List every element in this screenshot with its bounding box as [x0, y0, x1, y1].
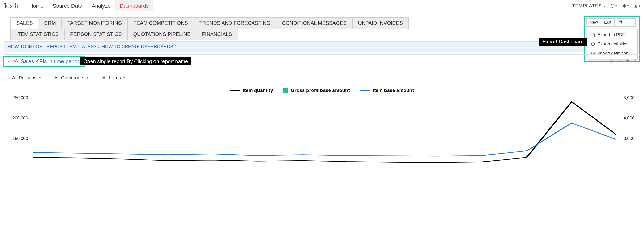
- caret-down-icon: ▼: [615, 5, 617, 7]
- chart-svg: [33, 95, 616, 177]
- caret-down-icon: ▼: [123, 77, 125, 79]
- legend-label-3: Item base amount: [373, 88, 414, 93]
- export-pdf-label: Export to PDF: [598, 32, 625, 38]
- pdf-icon: [591, 33, 595, 37]
- clock-icon[interactable]: [609, 59, 613, 64]
- help-separator: /: [98, 44, 99, 50]
- svg-point-2: [635, 5, 636, 6]
- email-button[interactable]: [614, 18, 625, 27]
- tab-trends-forecasting[interactable]: TRENDS AND FORECASTING: [194, 17, 276, 29]
- filter-persons-label: All Persons: [12, 75, 36, 81]
- caret-down-icon: ▼: [627, 5, 629, 7]
- chart-area: Item quantity Gross profit base amount I…: [8, 88, 636, 177]
- caret-down-icon: ▼: [638, 5, 641, 7]
- series-item-base-amount: [33, 123, 616, 156]
- table-icon[interactable]: [625, 59, 629, 64]
- report-header: ▼ Sales KPIs in time period Open single …: [4, 54, 640, 68]
- filter-customers-label: All Customers: [54, 75, 84, 81]
- chevron-down-icon[interactable]: ▼: [7, 59, 10, 63]
- report-title-box: ▼ Sales KPIs in time period: [3, 56, 85, 67]
- email-icon: [618, 20, 622, 24]
- y-tick: 250,000: [12, 95, 31, 100]
- action-button-group: New Edit: [587, 18, 638, 27]
- nav-home[interactable]: Home: [24, 0, 48, 11]
- nav-source-data[interactable]: Source Data: [48, 0, 87, 11]
- legend-swatch-black: [230, 90, 240, 91]
- filter-persons[interactable]: All Persons ▼: [8, 73, 45, 83]
- tab-crm[interactable]: CRM: [38, 17, 62, 29]
- tab-unpaid-invoices[interactable]: UNPAID INVOICES: [352, 17, 409, 29]
- chart-plot: [33, 95, 616, 177]
- templates-label: TEMPLATES: [572, 3, 602, 8]
- download-icon: [628, 20, 632, 24]
- logo-text-right: .bi: [13, 2, 19, 10]
- nav-analyze[interactable]: Analyze: [87, 0, 115, 11]
- filter-customers[interactable]: All Customers ▼: [50, 73, 93, 83]
- legend-gross-profit: Gross profit base amount: [283, 88, 350, 93]
- tab-financials[interactable]: FINANCIALS: [196, 29, 238, 40]
- legend-swatch-blue: [360, 90, 370, 91]
- legend-swatch-teal: [283, 88, 288, 93]
- user-icon[interactable]: ▼: [634, 4, 641, 8]
- download-icon[interactable]: [634, 59, 638, 64]
- arrow-up-circle-icon: [591, 42, 595, 46]
- annotation-export-dashboard: Export Dashboard: [539, 38, 587, 46]
- legend-item-base-amount: Item base amount: [360, 88, 414, 93]
- line-chart-icon: [13, 59, 18, 64]
- caret-down-icon: ▼: [86, 77, 89, 79]
- chart-legend: Item quantity Gross profit base amount I…: [8, 88, 636, 93]
- new-button[interactable]: New: [586, 18, 601, 27]
- y-tick: 150,000: [12, 136, 31, 141]
- legend-label-1: Item quantity: [243, 88, 273, 93]
- y2-tick: 5,000: [621, 95, 635, 100]
- gear-icon[interactable]: ▼: [622, 4, 629, 8]
- tab-item-statistics[interactable]: ITEM STATISTICS: [10, 29, 65, 40]
- export-definition-item[interactable]: Export definition: [587, 40, 637, 49]
- templates-dropdown[interactable]: TEMPLATES ▼: [572, 3, 606, 9]
- dashboard-tabs-row1: SALES CRM TARGET MONITORING TEAM COMPETI…: [0, 12, 644, 29]
- filter-items[interactable]: All Items ▼: [98, 73, 130, 83]
- filter-items-label: All Items: [102, 75, 121, 81]
- series-item-quantity: [33, 102, 616, 163]
- tab-team-competitions[interactable]: TEAM COMPETITIONS: [127, 17, 194, 29]
- tab-person-statistics[interactable]: PERSON STATISTICS: [64, 29, 128, 40]
- topbar-right: TEMPLATES ▼ ▼ ▼ ▼: [572, 3, 641, 9]
- svg-rect-6: [626, 59, 629, 62]
- logo: flex.bi: [3, 2, 19, 10]
- caret-down-icon: ▼: [38, 77, 41, 79]
- edit-button[interactable]: Edit: [601, 18, 615, 27]
- y2-tick: 4,000: [621, 116, 635, 121]
- caret-down-icon: ▼: [603, 5, 606, 8]
- tab-target-monitoring[interactable]: TARGET MONITORING: [61, 17, 128, 29]
- tab-conditional-messages[interactable]: CONDITIONAL MESSAGES: [276, 17, 353, 29]
- y2-tick: 3,000: [621, 136, 635, 141]
- nav-dashboards[interactable]: Dashboards: [115, 0, 153, 11]
- logo-text-left: flex: [3, 2, 13, 10]
- y-tick: 200,000: [12, 116, 31, 121]
- help-link-create-dashboards[interactable]: HOW TO CREATE DASHBOARDS?: [101, 44, 176, 50]
- report-title-link[interactable]: Sales KPIs in time period: [21, 58, 81, 64]
- code-icon[interactable]: [617, 59, 621, 64]
- top-bar: flex.bi Home Source Data Analyze Dashboa…: [0, 0, 644, 12]
- filters-row: All Persons ▼ All Customers ▼ All Items …: [0, 68, 644, 88]
- annotation-open-report: Open single report By Clicking on report…: [80, 57, 191, 65]
- svg-point-1: [612, 7, 613, 7]
- legend-label-2: Gross profit base amount: [291, 88, 350, 93]
- export-definition-label: Export definition: [598, 42, 629, 47]
- legend-item-quantity: Item quantity: [230, 88, 273, 93]
- tab-quotations-pipeline[interactable]: QUOTATIONS PIPELINE: [127, 29, 197, 40]
- report-tools: [609, 59, 640, 64]
- export-pdf-item[interactable]: Export to PDF: [587, 30, 637, 40]
- export-button[interactable]: [625, 18, 636, 27]
- help-icon[interactable]: ▼: [610, 4, 617, 8]
- tab-sales[interactable]: SALES: [10, 17, 38, 29]
- help-link-import-templates[interactable]: HOW TO IMPORT REPORT TEMPLATES?: [8, 44, 96, 50]
